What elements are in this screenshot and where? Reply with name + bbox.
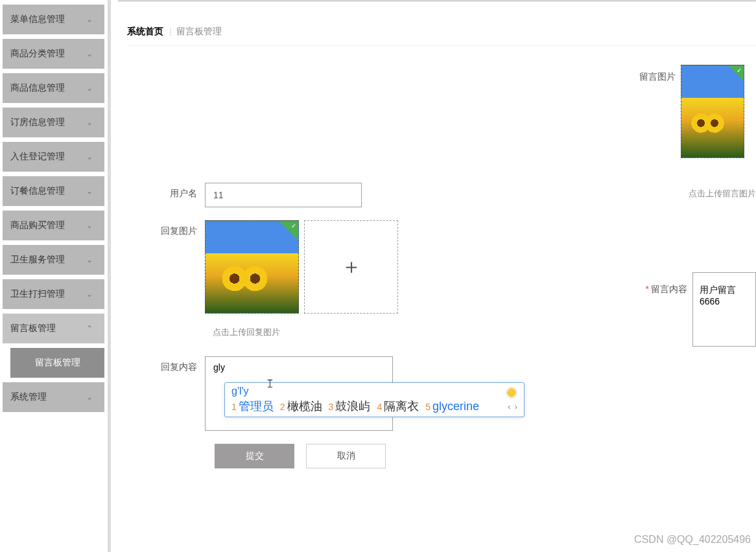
chevron-down-icon: ⌄ (86, 118, 93, 127)
menu-label: 商品购买管理 (10, 220, 65, 231)
upload-reply-image-button[interactable]: ＋ (304, 220, 398, 314)
plus-icon: ＋ (341, 253, 362, 281)
menu-item-liuyanban[interactable]: 留言板管理 ⌃ (3, 314, 104, 343)
top-strip (118, 0, 756, 2)
chevron-down-icon: ⌄ (86, 290, 93, 299)
button-row: 提交 取消 (215, 444, 756, 468)
menu-label: 订房信息管理 (10, 117, 65, 128)
username-label: 用户名 (127, 183, 205, 200)
submenu-label: 留言板管理 (35, 357, 80, 369)
message-content-label: *留言内容 (646, 272, 692, 295)
ime-candidate-3[interactable]: 3 鼓浪屿 (329, 398, 371, 414)
menu-label: 卫生服务管理 (10, 254, 65, 266)
chevron-down-icon: ⌄ (86, 187, 93, 196)
sidebar-divider (108, 0, 111, 552)
menu-item-dingfang[interactable]: 订房信息管理 ⌄ (3, 108, 104, 137)
chevron-down-icon: ⌄ (86, 15, 93, 24)
reply-image-preview[interactable]: ✓ (205, 220, 299, 314)
ime-candidate-1[interactable]: 1 管理员 (231, 398, 274, 414)
watermark: CSDN @QQ_402205496 (634, 534, 751, 546)
chevron-up-icon: ⌃ (86, 324, 93, 333)
message-image-label: 留言图片 (639, 65, 681, 83)
check-icon: ✓ (291, 222, 296, 229)
message-image-hint: 点击上传留言图片 (639, 188, 756, 200)
menu-item-shangpinxinxi[interactable]: 商品信息管理 ⌄ (3, 73, 104, 103)
cancel-button[interactable]: 取消 (306, 444, 386, 468)
menu-item-caidan[interactable]: 菜单信息管理 ⌄ (3, 5, 104, 34)
menu-item-weishengfuwu[interactable]: 卫生服务管理 ⌄ (3, 245, 104, 275)
check-icon: ✓ (737, 67, 742, 74)
chevron-down-icon: ⌄ (86, 152, 93, 161)
chevron-down-icon: ⌄ (86, 84, 93, 93)
breadcrumb-underline (127, 45, 756, 46)
right-column: 留言图片 ✓ 点击上传留言图片 (639, 65, 756, 200)
reply-content-label: 回复内容 (127, 356, 205, 373)
reply-image-label: 回复图片 (127, 220, 205, 237)
menu-label: 商品分类管理 (10, 48, 65, 60)
menu-label: 留言板管理 (10, 323, 56, 334)
ime-candidates: 1 管理员 2 橄榄油 3 鼓浪屿 4 隔离衣 5 glycerine ‹ › (225, 397, 524, 417)
required-star-icon: * (646, 284, 649, 294)
ime-next-icon[interactable]: › (515, 402, 517, 411)
sidebar: 菜单信息管理 ⌄ 商品分类管理 ⌄ 商品信息管理 ⌄ 订房信息管理 ⌄ 入住登记… (0, 0, 108, 552)
menu-label: 入住登记管理 (10, 151, 65, 163)
breadcrumb-current: 留言板管理 (176, 26, 222, 38)
menu-item-weishengdasao[interactable]: 卫生打扫管理 ⌄ (3, 279, 104, 309)
chevron-down-icon: ⌄ (86, 49, 93, 58)
ime-candidate-2[interactable]: 2 橄榄油 (280, 398, 322, 414)
menu-label: 商品信息管理 (10, 82, 65, 94)
menu-label: 系统管理 (10, 391, 47, 403)
menu-item-shangpinfenlei[interactable]: 商品分类管理 ⌄ (3, 39, 104, 69)
chevron-down-icon: ⌄ (86, 393, 93, 402)
menu-label: 菜单信息管理 (10, 14, 65, 25)
chevron-down-icon: ⌄ (86, 255, 93, 264)
text-cursor-icon: 𝙸 (266, 377, 266, 390)
menu-item-ruzhu[interactable]: 入住登记管理 ⌄ (3, 142, 104, 172)
submenu-item-liuyanban[interactable]: 留言板管理 (10, 348, 104, 378)
breadcrumb-home[interactable]: 系统首页 (127, 26, 163, 38)
message-image-preview[interactable]: ✓ (681, 65, 744, 158)
menu-item-dingcan[interactable]: 订餐信息管理 ⌄ (3, 176, 104, 206)
menu-item-xitong[interactable]: 系统管理 ⌄ (3, 382, 104, 412)
menu-item-goumai[interactable]: 商品购买管理 ⌄ (3, 211, 104, 240)
username-input[interactable] (205, 183, 362, 207)
row-message-content: *留言内容 (646, 272, 756, 347)
ime-prev-icon[interactable]: ‹ (508, 402, 510, 411)
ime-candidate-5[interactable]: 5 glycerine (425, 400, 479, 413)
row-message-image: 留言图片 ✓ (639, 65, 756, 158)
breadcrumb: 系统首页 ⦙⦙ 留言板管理 (127, 26, 222, 38)
ime-nav: ‹ › (508, 402, 517, 411)
ime-logo-icon (506, 387, 517, 398)
menu-label: 卫生打扫管理 (10, 288, 65, 300)
message-content-textarea[interactable] (692, 272, 756, 347)
menu-label: 订餐信息管理 (10, 185, 65, 197)
chevron-down-icon: ⌄ (86, 221, 93, 230)
ime-candidate-4[interactable]: 4 隔离衣 (377, 398, 419, 414)
submit-button[interactable]: 提交 (215, 444, 294, 468)
